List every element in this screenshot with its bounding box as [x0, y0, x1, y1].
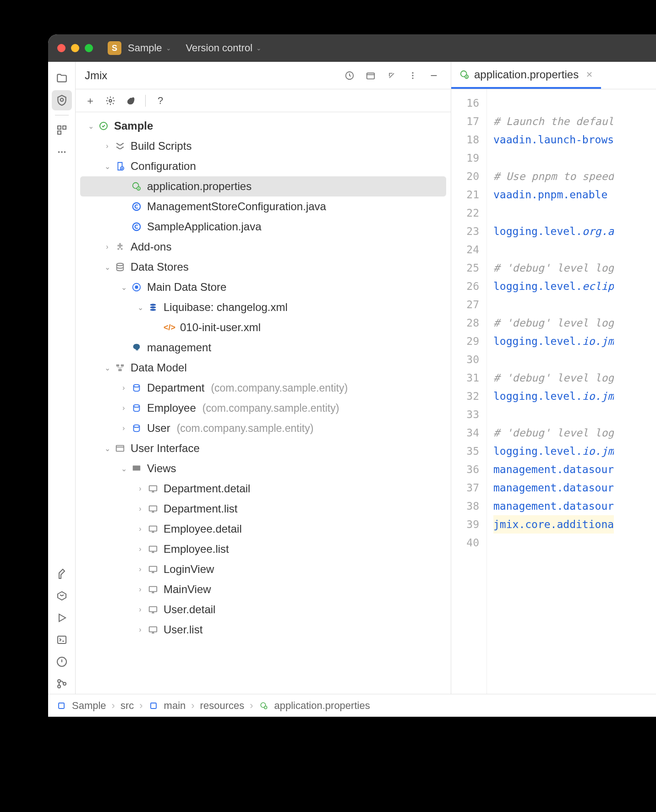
collapse-all-icon[interactable] [384, 68, 399, 83]
structure-tool-icon[interactable] [52, 120, 72, 140]
vcs-dropdown[interactable]: Version control ⌄ [186, 42, 262, 54]
jmix-tool-icon[interactable] [52, 90, 72, 110]
tree-view-dept-list[interactable]: › Department.list [76, 499, 451, 519]
tree-configuration[interactable]: ⌄ Configuration [76, 156, 451, 176]
toolbar-separator [145, 95, 146, 107]
chevron-down-icon[interactable]: ⌄ [134, 303, 146, 312]
chevron-right-icon[interactable]: › [134, 585, 146, 594]
code-content[interactable]: # Launch the defaulvaadin.launch-brows #… [487, 89, 614, 694]
problems-tool-icon[interactable] [52, 652, 72, 672]
java-class-icon [130, 200, 143, 213]
svg-rect-42 [149, 567, 157, 572]
expand-all-icon[interactable] [363, 68, 378, 83]
tree-entity-department[interactable]: › Department (com.company.sample.entity) [76, 378, 451, 398]
editor-body[interactable]: 1617181920212223242526272829303132333435… [451, 89, 656, 694]
tree-sample-application[interactable]: SampleApplication.java [76, 217, 451, 237]
chevron-down-icon[interactable]: ⌄ [101, 263, 113, 272]
tree-root[interactable]: ⌄ Sample [76, 116, 451, 136]
chevron-right-icon[interactable]: › [134, 565, 146, 573]
breadcrumb-item[interactable]: application.properties [274, 700, 370, 712]
chevron-right-icon[interactable]: › [134, 626, 146, 634]
tree-view-emp-list[interactable]: › Employee.list [76, 539, 451, 559]
tree-label: Liquibase: changelog.xml [164, 301, 288, 314]
editor-tab-application-properties[interactable]: application.properties ✕ [451, 62, 601, 89]
close-tab-icon[interactable]: ✕ [586, 70, 593, 80]
tree-entity-employee[interactable]: › Employee (com.company.sample.entity) [76, 398, 451, 418]
more-tools-icon[interactable] [52, 142, 72, 162]
build-tool-icon[interactable] [52, 564, 72, 584]
add-icon[interactable]: ＋ [82, 93, 98, 109]
tree-mgmt-store-config[interactable]: ManagementStoreConfiguration.java [76, 196, 451, 217]
tree-package: (com.company.sample.entity) [177, 422, 314, 435]
chevron-right-icon[interactable]: › [101, 243, 113, 251]
breadcrumb-separator: › [112, 700, 115, 712]
tree-main-data-store[interactable]: ⌄ Main Data Store [76, 277, 451, 297]
view-icon [146, 562, 160, 576]
chevron-down-icon[interactable]: ⌄ [101, 364, 113, 372]
tree-label: Build Scripts [131, 140, 191, 153]
svg-rect-41 [149, 546, 157, 551]
project-tree[interactable]: ⌄ Sample › Build Scripts ⌄ Configuration [76, 112, 451, 694]
tree-entity-user[interactable]: › User (com.company.sample.entity) [76, 418, 451, 438]
services-tool-icon[interactable] [52, 586, 72, 606]
settings-icon[interactable] [102, 93, 119, 109]
tree-data-stores[interactable]: ⌄ Data Stores [76, 257, 451, 277]
tree-build-scripts[interactable]: › Build Scripts [76, 136, 451, 156]
run-tool-icon[interactable] [52, 608, 72, 628]
tree-view-user-list[interactable]: › User.list [76, 620, 451, 640]
breadcrumb-item[interactable]: main [164, 700, 186, 712]
tree-view-user-detail[interactable]: › User.detail [76, 599, 451, 620]
chevron-right-icon[interactable]: › [134, 545, 146, 553]
project-tool-icon[interactable] [52, 68, 72, 88]
tree-label: Data Stores [131, 261, 189, 273]
svg-rect-45 [149, 627, 157, 632]
maximize-window-button[interactable] [85, 44, 93, 52]
breadcrumb-item[interactable]: resources [200, 700, 245, 712]
tree-application-properties[interactable]: application.properties [80, 176, 446, 196]
svg-rect-31 [121, 365, 124, 367]
tree-view-login[interactable]: › LoginView [76, 559, 451, 579]
chevron-down-icon[interactable]: ⌄ [118, 464, 130, 473]
git-tool-icon[interactable] [52, 674, 72, 694]
chevron-down-icon[interactable]: ⌄ [101, 444, 113, 453]
panel-options-icon[interactable] [405, 68, 421, 83]
tree-data-model[interactable]: ⌄ Data Model [76, 358, 451, 378]
chevron-right-icon[interactable]: › [118, 384, 130, 392]
tree-management[interactable]: management [76, 338, 451, 358]
minimize-window-button[interactable] [71, 44, 79, 52]
properties-file-icon [259, 701, 269, 711]
tree-addons[interactable]: › Add-ons [76, 237, 451, 257]
database-icon [113, 260, 127, 274]
close-window-button[interactable] [57, 44, 66, 52]
tree-package: (com.company.sample.entity) [211, 382, 348, 394]
tree-init-user-xml[interactable]: </> 010-init-user.xml [76, 317, 451, 338]
chevron-right-icon[interactable]: › [118, 424, 130, 432]
data-model-icon [113, 361, 127, 375]
terminal-tool-icon[interactable] [52, 630, 72, 650]
tree-user-interface[interactable]: ⌄ User Interface [76, 438, 451, 458]
chevron-right-icon[interactable]: › [134, 605, 146, 614]
chevron-right-icon[interactable]: › [101, 142, 113, 150]
editor-tabs: application.properties ✕ [451, 62, 656, 89]
hide-panel-icon[interactable] [426, 68, 442, 83]
project-icon [97, 119, 110, 133]
help-icon[interactable]: ? [152, 93, 169, 109]
chevron-down-icon[interactable]: ⌄ [85, 122, 97, 131]
chevron-right-icon[interactable]: › [134, 505, 146, 513]
chevron-right-icon[interactable]: › [118, 404, 130, 412]
project-dropdown[interactable]: Sample ⌄ [128, 42, 171, 54]
gradle-icon[interactable] [122, 93, 139, 109]
tree-liquibase[interactable]: ⌄ Liquibase: changelog.xml [76, 297, 451, 317]
chevron-down-icon[interactable]: ⌄ [118, 283, 130, 292]
breadcrumb-item[interactable]: Sample [72, 700, 106, 712]
tree-views[interactable]: ⌄ Views [76, 458, 451, 479]
chevron-right-icon[interactable]: › [134, 525, 146, 533]
select-opened-file-icon[interactable] [342, 68, 357, 83]
left-tool-rail [48, 62, 76, 694]
chevron-down-icon[interactable]: ⌄ [101, 162, 113, 171]
tree-view-dept-detail[interactable]: › Department.detail [76, 479, 451, 499]
tree-view-main[interactable]: › MainView [76, 579, 451, 599]
chevron-right-icon[interactable]: › [134, 485, 146, 493]
breadcrumb-item[interactable]: src [120, 700, 134, 712]
tree-view-emp-detail[interactable]: › Employee.detail [76, 519, 451, 539]
